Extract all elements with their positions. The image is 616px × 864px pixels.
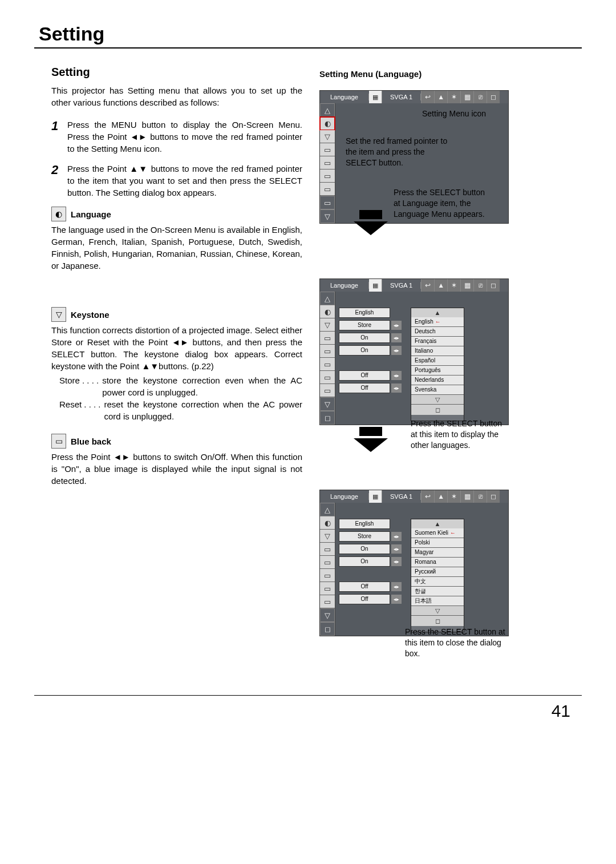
osd-top-icon: ⎚	[473, 490, 487, 503]
osd-value: Store	[339, 320, 390, 330]
caption-setting-icon: Setting Menu icon	[422, 108, 486, 119]
bottom-rule	[34, 695, 582, 696]
osd-side-icon: ▭	[320, 156, 335, 169]
osd-side-icon: ▽	[320, 608, 335, 622]
osd-value: Off	[339, 594, 390, 604]
osd-side-icon: ▽	[320, 318, 335, 332]
language-label: Language	[71, 209, 111, 219]
osd-value-row: On◂▸	[339, 556, 402, 567]
osd-topbar: Language ▦ SVGA 1 ↩▲✶▦⎚◻	[320, 490, 508, 503]
osd-value: Off	[339, 370, 390, 381]
osd-value-row	[339, 569, 402, 579]
blueback-text: Press the Point ◄► buttons to switch On/…	[51, 451, 302, 487]
language-option: Romana	[411, 558, 464, 567]
osd-value-row: On◂▸	[339, 345, 402, 356]
osd-value-row: English	[339, 519, 402, 529]
keystone-defs: Store . . . . store the keystone correct…	[51, 374, 302, 422]
close-icon: ◻	[411, 404, 464, 415]
osd-side-icon: ▽	[320, 530, 335, 543]
osd-top-icon: ↩	[421, 279, 434, 292]
keystone-heading: ▽ Keystone	[51, 307, 302, 322]
scroll-down-icon: ▽	[411, 606, 464, 615]
osd-value: On	[339, 556, 390, 567]
scroll-up-icon: ▲	[411, 308, 464, 317]
osd-side-icon: ▭	[320, 582, 335, 595]
osd-top-icon: ▦	[460, 490, 473, 503]
blueback-icon: ▭	[51, 434, 66, 449]
language-option: Polski	[411, 538, 464, 548]
osd-value-row: English	[339, 308, 402, 318]
osd-value: English	[339, 519, 390, 529]
title-rule	[34, 47, 582, 49]
caption-close-dialog: Press the SELECT button at this item to …	[405, 627, 508, 659]
osd-mode: SVGA 1	[382, 282, 421, 289]
language-option: Magyar	[411, 548, 464, 558]
osd-arrows-icon: ◂▸	[391, 346, 402, 355]
osd-value-row: On◂▸	[339, 333, 402, 343]
language-option: Français	[411, 337, 464, 346]
osd-topbar: Language ▦ SVGA 1 ↩▲✶▦⎚◻	[320, 279, 508, 292]
osd-side-icon: ▽	[320, 209, 335, 223]
osd-value: Store	[339, 531, 390, 542]
language-option: Svenska	[411, 385, 464, 395]
osd-value-row: Off◂▸	[339, 594, 402, 604]
osd-side-icon: ▭	[320, 196, 335, 209]
language-option: Русский	[411, 567, 464, 577]
osd-value-row	[339, 358, 402, 368]
osd-side-icon: ▭	[320, 143, 335, 156]
language-option: Suomen Kieli	[411, 528, 464, 538]
mode-icon: ▦	[369, 279, 382, 292]
caption-other-langs: Press the SELECT button at this item to …	[411, 418, 508, 451]
osd-arrows-icon: ◂▸	[391, 544, 402, 554]
page-number: 41	[34, 701, 582, 721]
step-text: Press the MENU button to display the On-…	[67, 119, 302, 155]
step-number: 2	[51, 163, 62, 199]
language-option: 中文	[411, 577, 464, 587]
osd-topbar: Language ▦ SVGA 1 ↩▲✶▦⎚◻	[320, 91, 508, 103]
step-text: Press the Point ▲▼ buttons to move the r…	[67, 163, 302, 199]
osd-value: On	[339, 345, 390, 356]
osd-side-icon: ▭	[320, 183, 335, 196]
osd-arrows-icon: ◂▸	[391, 557, 402, 566]
osd-title: Language	[320, 282, 369, 289]
osd-side-icon: △	[320, 503, 335, 516]
osd-mode: SVGA 1	[382, 94, 421, 100]
osd-side-icon: △	[320, 292, 335, 305]
osd-side-icon: ◐	[320, 516, 335, 530]
osd-side-icon: ▭	[320, 569, 335, 582]
globe-icon: ◐	[51, 207, 66, 221]
osd-title: Language	[320, 493, 369, 500]
osd-top-icon: ▲	[434, 91, 447, 103]
section-heading: Setting	[51, 66, 302, 79]
language-option: 日本語	[411, 596, 464, 606]
osd-arrows-icon: ◂▸	[391, 582, 402, 591]
osd-side-icon: ▽	[320, 397, 335, 411]
keystone-label: Keystone	[71, 310, 110, 320]
language-option: Italiano	[411, 346, 464, 356]
osd-top-icon: ◻	[487, 279, 500, 292]
osd-side-icon: ◐	[320, 117, 335, 130]
osd-top-icon: ◻	[487, 91, 500, 103]
osd-value: Off	[339, 582, 390, 592]
language-option: Nederlands	[411, 376, 464, 385]
osd-mode: SVGA 1	[382, 493, 421, 500]
language-option: Español	[411, 356, 464, 366]
osd-top-icon: ✶	[447, 91, 460, 103]
osd-arrows-icon: ◂▸	[391, 321, 402, 330]
osd-top-icon: ▦	[460, 91, 473, 103]
osd-top-icon: ✶	[447, 490, 460, 503]
osd-top-icon: ▲	[434, 490, 447, 503]
def-val: store the keystone correction even when …	[102, 374, 302, 398]
language-heading: ◐ Language	[51, 207, 302, 221]
osd-top-icon: ▲	[434, 279, 447, 292]
osd-value-row: Off◂▸	[339, 383, 402, 393]
osd-top-icon: ▦	[460, 279, 473, 292]
def-key: Reset . . . .	[59, 398, 101, 422]
osd-panel-3: Language ▦ SVGA 1 ↩▲✶▦⎚◻ △◐▽▭▭▭▭▭▽◻ Engl…	[319, 490, 565, 667]
step-number: 1	[51, 119, 62, 155]
osd-panel-1: Language ▦ SVGA 1 ↩▲✶▦⎚◻ △◐▽▭▭▭▭▭▽ Setti…	[319, 90, 565, 261]
osd-value: English	[339, 308, 390, 318]
osd-value-row: Store◂▸	[339, 531, 402, 542]
osd-top-icon: ✶	[447, 279, 460, 292]
page-title: Setting	[39, 23, 582, 45]
